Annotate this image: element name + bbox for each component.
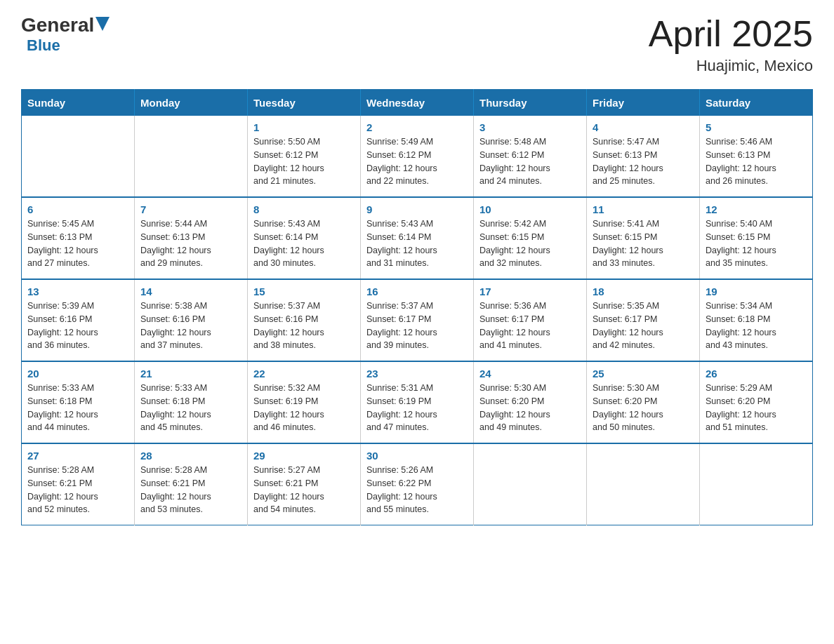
day-info: Sunrise: 5:33 AMSunset: 6:18 PMDaylight:… bbox=[27, 382, 128, 434]
calendar-day-cell bbox=[135, 116, 248, 197]
calendar-day-cell: 25Sunrise: 5:30 AMSunset: 6:20 PMDayligh… bbox=[587, 361, 700, 443]
calendar-day-cell: 11Sunrise: 5:41 AMSunset: 6:15 PMDayligh… bbox=[587, 197, 700, 279]
day-info: Sunrise: 5:34 AMSunset: 6:18 PMDaylight:… bbox=[706, 300, 807, 352]
calendar-day-cell: 9Sunrise: 5:43 AMSunset: 6:14 PMDaylight… bbox=[361, 197, 474, 279]
calendar-day-cell: 27Sunrise: 5:28 AMSunset: 6:21 PMDayligh… bbox=[22, 443, 135, 525]
calendar-day-cell bbox=[700, 443, 813, 525]
day-info: Sunrise: 5:50 AMSunset: 6:12 PMDaylight:… bbox=[253, 135, 355, 188]
calendar-day-cell: 10Sunrise: 5:42 AMSunset: 6:15 PMDayligh… bbox=[474, 197, 587, 279]
day-number: 19 bbox=[706, 286, 807, 297]
day-info: Sunrise: 5:43 AMSunset: 6:14 PMDaylight:… bbox=[366, 217, 468, 270]
day-info: Sunrise: 5:27 AMSunset: 6:21 PMDaylight:… bbox=[253, 464, 355, 516]
day-number: 4 bbox=[593, 121, 694, 133]
calendar-day-cell: 8Sunrise: 5:43 AMSunset: 6:14 PMDaylight… bbox=[248, 197, 361, 279]
day-number: 27 bbox=[27, 450, 128, 462]
day-number: 9 bbox=[366, 203, 468, 215]
logo-triangle-icon bbox=[95, 17, 110, 34]
day-info: Sunrise: 5:36 AMSunset: 6:17 PMDaylight:… bbox=[479, 300, 581, 352]
logo: General Blue bbox=[21, 14, 110, 55]
calendar-day-cell: 26Sunrise: 5:29 AMSunset: 6:20 PMDayligh… bbox=[700, 361, 813, 443]
day-info: Sunrise: 5:33 AMSunset: 6:18 PMDaylight:… bbox=[140, 382, 241, 434]
calendar-day-cell: 1Sunrise: 5:50 AMSunset: 6:12 PMDaylight… bbox=[248, 116, 361, 197]
weekday-header-thursday: Thursday bbox=[474, 90, 587, 116]
day-number: 21 bbox=[140, 368, 241, 380]
calendar-day-cell: 5Sunrise: 5:46 AMSunset: 6:13 PMDaylight… bbox=[700, 116, 813, 197]
calendar-day-cell bbox=[474, 443, 587, 525]
day-number: 11 bbox=[593, 203, 694, 215]
day-number: 16 bbox=[366, 286, 468, 297]
day-number: 10 bbox=[479, 203, 581, 215]
calendar-day-cell: 7Sunrise: 5:44 AMSunset: 6:13 PMDaylight… bbox=[135, 197, 248, 279]
calendar-day-cell: 3Sunrise: 5:48 AMSunset: 6:12 PMDaylight… bbox=[474, 116, 587, 197]
day-info: Sunrise: 5:42 AMSunset: 6:15 PMDaylight:… bbox=[479, 217, 581, 270]
calendar-day-cell: 22Sunrise: 5:32 AMSunset: 6:19 PMDayligh… bbox=[248, 361, 361, 443]
day-info: Sunrise: 5:43 AMSunset: 6:14 PMDaylight:… bbox=[253, 217, 355, 270]
day-number: 12 bbox=[706, 203, 807, 215]
day-number: 1 bbox=[253, 121, 355, 133]
day-info: Sunrise: 5:31 AMSunset: 6:19 PMDaylight:… bbox=[366, 382, 468, 434]
weekday-header-friday: Friday bbox=[587, 90, 700, 116]
calendar-day-cell: 13Sunrise: 5:39 AMSunset: 6:16 PMDayligh… bbox=[22, 279, 135, 361]
calendar-day-cell: 24Sunrise: 5:30 AMSunset: 6:20 PMDayligh… bbox=[474, 361, 587, 443]
calendar-day-cell: 15Sunrise: 5:37 AMSunset: 6:16 PMDayligh… bbox=[248, 279, 361, 361]
day-number: 15 bbox=[253, 286, 355, 297]
day-number: 24 bbox=[479, 368, 581, 380]
day-number: 2 bbox=[366, 121, 468, 133]
calendar-location: Huajimic, Mexico bbox=[649, 57, 813, 75]
day-info: Sunrise: 5:29 AMSunset: 6:20 PMDaylight:… bbox=[706, 382, 807, 434]
calendar-day-cell: 16Sunrise: 5:37 AMSunset: 6:17 PMDayligh… bbox=[361, 279, 474, 361]
calendar-week-row: 6Sunrise: 5:45 AMSunset: 6:13 PMDaylight… bbox=[22, 197, 813, 279]
day-number: 8 bbox=[253, 203, 355, 215]
day-info: Sunrise: 5:41 AMSunset: 6:15 PMDaylight:… bbox=[593, 217, 694, 270]
calendar-week-row: 1Sunrise: 5:50 AMSunset: 6:12 PMDaylight… bbox=[22, 116, 813, 197]
calendar-title: April 2025 bbox=[649, 14, 813, 54]
svg-marker-0 bbox=[95, 17, 110, 31]
calendar-day-cell: 28Sunrise: 5:28 AMSunset: 6:21 PMDayligh… bbox=[135, 443, 248, 525]
calendar-day-cell: 12Sunrise: 5:40 AMSunset: 6:15 PMDayligh… bbox=[700, 197, 813, 279]
day-info: Sunrise: 5:49 AMSunset: 6:12 PMDaylight:… bbox=[366, 135, 468, 188]
calendar-day-cell: 23Sunrise: 5:31 AMSunset: 6:19 PMDayligh… bbox=[361, 361, 474, 443]
day-info: Sunrise: 5:30 AMSunset: 6:20 PMDaylight:… bbox=[593, 382, 694, 434]
weekday-header-monday: Monday bbox=[135, 90, 248, 116]
day-info: Sunrise: 5:26 AMSunset: 6:22 PMDaylight:… bbox=[366, 464, 468, 516]
day-info: Sunrise: 5:38 AMSunset: 6:16 PMDaylight:… bbox=[140, 300, 241, 352]
day-number: 28 bbox=[140, 450, 241, 462]
weekday-header-wednesday: Wednesday bbox=[361, 90, 474, 116]
calendar-day-cell: 17Sunrise: 5:36 AMSunset: 6:17 PMDayligh… bbox=[474, 279, 587, 361]
title-block: April 2025 Huajimic, Mexico bbox=[649, 14, 813, 75]
calendar-table: SundayMondayTuesdayWednesdayThursdayFrid… bbox=[21, 89, 813, 525]
day-number: 25 bbox=[593, 368, 694, 380]
logo-blue-text: Blue bbox=[27, 36, 60, 54]
weekday-header-sunday: Sunday bbox=[22, 90, 135, 116]
day-info: Sunrise: 5:46 AMSunset: 6:13 PMDaylight:… bbox=[706, 135, 807, 188]
weekday-header-saturday: Saturday bbox=[700, 90, 813, 116]
day-number: 26 bbox=[706, 368, 807, 380]
calendar-day-cell: 4Sunrise: 5:47 AMSunset: 6:13 PMDaylight… bbox=[587, 116, 700, 197]
day-info: Sunrise: 5:44 AMSunset: 6:13 PMDaylight:… bbox=[140, 217, 241, 270]
day-info: Sunrise: 5:48 AMSunset: 6:12 PMDaylight:… bbox=[479, 135, 581, 188]
day-number: 22 bbox=[253, 368, 355, 380]
day-number: 5 bbox=[706, 121, 807, 133]
day-number: 13 bbox=[27, 286, 128, 297]
calendar-day-cell: 14Sunrise: 5:38 AMSunset: 6:16 PMDayligh… bbox=[135, 279, 248, 361]
day-number: 7 bbox=[140, 203, 241, 215]
day-info: Sunrise: 5:32 AMSunset: 6:19 PMDaylight:… bbox=[253, 382, 355, 434]
day-number: 23 bbox=[366, 368, 468, 380]
day-number: 14 bbox=[140, 286, 241, 297]
calendar-day-cell bbox=[587, 443, 700, 525]
day-info: Sunrise: 5:37 AMSunset: 6:16 PMDaylight:… bbox=[253, 300, 355, 352]
weekday-header-tuesday: Tuesday bbox=[248, 90, 361, 116]
day-number: 6 bbox=[27, 203, 128, 215]
day-number: 20 bbox=[27, 368, 128, 380]
page-header: General Blue April 2025 Huajimic, Mexico bbox=[21, 14, 813, 75]
logo-general-text: General bbox=[21, 14, 94, 36]
calendar-week-row: 27Sunrise: 5:28 AMSunset: 6:21 PMDayligh… bbox=[22, 443, 813, 525]
day-info: Sunrise: 5:28 AMSunset: 6:21 PMDaylight:… bbox=[27, 464, 128, 516]
day-number: 17 bbox=[479, 286, 581, 297]
calendar-week-row: 20Sunrise: 5:33 AMSunset: 6:18 PMDayligh… bbox=[22, 361, 813, 443]
day-info: Sunrise: 5:47 AMSunset: 6:13 PMDaylight:… bbox=[593, 135, 694, 188]
calendar-day-cell: 6Sunrise: 5:45 AMSunset: 6:13 PMDaylight… bbox=[22, 197, 135, 279]
day-info: Sunrise: 5:35 AMSunset: 6:17 PMDaylight:… bbox=[593, 300, 694, 352]
weekday-header-row: SundayMondayTuesdayWednesdayThursdayFrid… bbox=[22, 90, 813, 116]
day-info: Sunrise: 5:37 AMSunset: 6:17 PMDaylight:… bbox=[366, 300, 468, 352]
